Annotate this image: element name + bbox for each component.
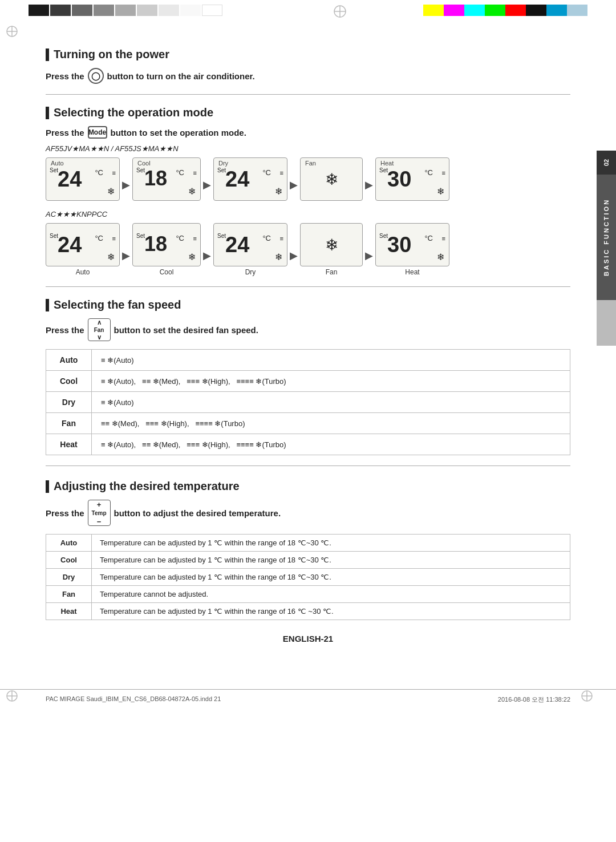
lcd-fan2-bottom-label: Fan — [326, 268, 338, 276]
lcd-auto2-temp: 24 — [58, 234, 82, 256]
cb-black2 — [526, 5, 546, 16]
arrow-2: ▶ — [203, 179, 211, 191]
fan-mode-dry: Dry — [46, 392, 92, 413]
fan-row-auto: Auto ≡ ❄(Auto) — [46, 350, 570, 371]
operation-heading: Selecting the operation mode — [46, 106, 570, 119]
temp-description: Press the + Temp − button to adjust the … — [46, 500, 570, 526]
lcd-auto2-bottom-label: Auto — [76, 268, 90, 276]
arrow-4: ▶ — [365, 179, 373, 191]
lcd-auto2-degree: °C — [95, 234, 103, 242]
lcd-cool2-bottom-label: Cool — [160, 268, 174, 276]
cb-cyan — [464, 5, 485, 16]
temp-row-dry: Dry Temperature can be adjusted by 1 ℃ w… — [46, 569, 570, 586]
lcd-heat-bars: ≡ — [442, 169, 445, 177]
lcd-dry-temp: 24 — [225, 168, 249, 190]
arrow-8: ▶ — [365, 249, 373, 262]
display-cool: Cool Set 18 °C ≡ ❄ — [132, 157, 201, 201]
lcd-fan: Fan ❄ — [300, 157, 363, 201]
model2-label: AC★★★KNPPCC — [46, 210, 570, 218]
page-number: ENGLISH-21 — [46, 634, 570, 643]
cb-gray3 — [115, 5, 136, 16]
fan-icons-fan: ≡≡ ❄(Med), ≡≡≡ ❄(High), ≡≡≡≡ ❄(Turbo) — [92, 413, 570, 434]
temp-mode-heat: Heat — [46, 603, 92, 620]
lcd-dry2-bars: ≡ — [280, 235, 283, 242]
fan-row-dry: Dry ≡ ❄(Auto) — [46, 392, 570, 413]
lcd-auto-set: Set — [50, 167, 58, 173]
lcd-auto2-bars: ≡ — [112, 235, 116, 242]
lcd-fan-label: Fan — [305, 160, 316, 167]
temp-mode-cool: Cool — [46, 552, 92, 569]
temp-mode-dry: Dry — [46, 569, 92, 586]
fan-row-fan: Fan ≡≡ ❄(Med), ≡≡≡ ❄(High), ≡≡≡≡ ❄(Turbo… — [46, 413, 570, 434]
cb-lightblue — [567, 5, 587, 16]
temp-row-cool: Cool Temperature can be adjusted by 1 ℃ … — [46, 552, 570, 569]
fan-row-heat: Heat ≡ ❄(Auto), ≡≡ ❄(Med), ≡≡≡ ❄(High), … — [46, 434, 570, 455]
display-dry2: Set 24 °C ≡ ❄ Dry — [213, 223, 287, 276]
display-row-2: Set 24 °C ≡ ❄ Auto ▶ Set 18 ° — [46, 223, 570, 276]
lcd-heat-temp: 30 — [387, 168, 411, 190]
lcd-cool2-fan: ❄ — [188, 252, 196, 262]
lcd-cool: Cool Set 18 °C ≡ ❄ — [132, 157, 201, 201]
lcd-dry2: Set 24 °C ≡ ❄ — [213, 223, 287, 266]
temp-button-icon: + Temp − — [88, 500, 111, 526]
cb-blue — [546, 5, 567, 16]
lcd-cool2-set: Set — [136, 233, 145, 239]
reg-mark-bottom-right — [581, 690, 593, 704]
fan-speed-table: Auto ≡ ❄(Auto) Cool ≡ ❄(Auto), ≡≡ ❄(Med)… — [46, 349, 570, 455]
display-auto: Auto Set 24 °C ≡ ❄ — [46, 157, 120, 201]
lcd-heat-fan: ❄ — [437, 186, 444, 197]
divider-3 — [46, 465, 570, 466]
display-fan: Fan ❄ — [300, 157, 363, 201]
cb-lightgray — [159, 5, 179, 16]
display-cool2: Set 18 °C ≡ ❄ Cool — [132, 223, 201, 276]
lcd-cool-set: Set — [136, 167, 145, 173]
lcd-fan-icon: ❄ — [325, 170, 338, 189]
reg-mark-top — [257, 5, 423, 18]
cb-gray2 — [94, 5, 114, 16]
cb-black — [29, 5, 49, 16]
display-dry: Dry Set 24 °C ≡ ❄ — [213, 157, 287, 201]
fan-mode-auto: Auto — [46, 350, 92, 371]
mode-button-icon: Mode — [88, 126, 107, 139]
divider-1 — [46, 94, 570, 95]
divider-2 — [46, 286, 570, 287]
arrow-6: ▶ — [203, 249, 211, 262]
lcd-cool2-degree: °C — [176, 234, 184, 242]
lcd-dry2-degree: °C — [262, 234, 271, 242]
lcd-fan2-icon: ❄ — [325, 236, 338, 254]
lcd-auto-fan: ❄ — [107, 186, 115, 197]
lcd-heat2-set: Set — [379, 233, 388, 239]
arrow-7: ▶ — [290, 249, 298, 262]
cb-yellow — [423, 5, 444, 16]
lcd-cool2-bars: ≡ — [193, 235, 197, 242]
color-bar-left — [29, 5, 222, 18]
arrow-1: ▶ — [122, 179, 130, 191]
lcd-fan2: ❄ — [300, 223, 363, 266]
lcd-auto-bars: ≡ — [112, 169, 116, 177]
footer-left: PAC MIRAGE Saudi_IBIM_EN_CS6_DB68-04872A… — [46, 695, 221, 704]
fan-icons-dry: ≡ ❄(Auto) — [92, 392, 570, 413]
fan-icons-heat: ≡ ❄(Auto), ≡≡ ❄(Med), ≡≡≡ ❄(High), ≡≡≡≡ … — [92, 434, 570, 455]
temp-row-fan: Fan Temperature cannot be adjusted. — [46, 586, 570, 603]
lcd-heat2: Set 30 °C ≡ ❄ — [375, 223, 449, 266]
cb-green — [485, 5, 505, 16]
fan-mode-heat: Heat — [46, 434, 92, 455]
display-fan2: ❄ Fan — [300, 223, 363, 276]
lcd-dry: Dry Set 24 °C ≡ ❄ — [213, 157, 287, 201]
operation-section: Selecting the operation mode Press the M… — [46, 106, 570, 287]
temp-desc-dry: Temperature can be adjusted by 1 ℃ withi… — [92, 569, 570, 586]
lcd-dry-label: Dry — [218, 160, 228, 167]
fan-mode-fan: Fan — [46, 413, 92, 434]
lcd-heat2-fan: ❄ — [437, 252, 444, 262]
fan-icons-cool: ≡ ❄(Auto), ≡≡ ❄(Med), ≡≡≡ ❄(High), ≡≡≡≡ … — [92, 371, 570, 392]
temp-row-heat: Heat Temperature can be adjusted by 1 ℃ … — [46, 603, 570, 620]
cb-darkgray — [50, 5, 71, 16]
power-section: Turning on the power Press the ◯ button … — [46, 48, 570, 95]
lcd-cool-label: Cool — [137, 160, 151, 167]
fan-icons-auto: ≡ ❄(Auto) — [92, 350, 570, 371]
lcd-auto2: Set 24 °C ≡ ❄ — [46, 223, 120, 266]
fan-section: Selecting the fan speed Press the ∧ Fan … — [46, 298, 570, 466]
lcd-auto-label: Auto — [51, 160, 64, 167]
temp-heading: Adjusting the desired temperature — [46, 480, 570, 493]
page-footer: PAC MIRAGE Saudi_IBIM_EN_CS6_DB68-04872A… — [0, 689, 616, 710]
